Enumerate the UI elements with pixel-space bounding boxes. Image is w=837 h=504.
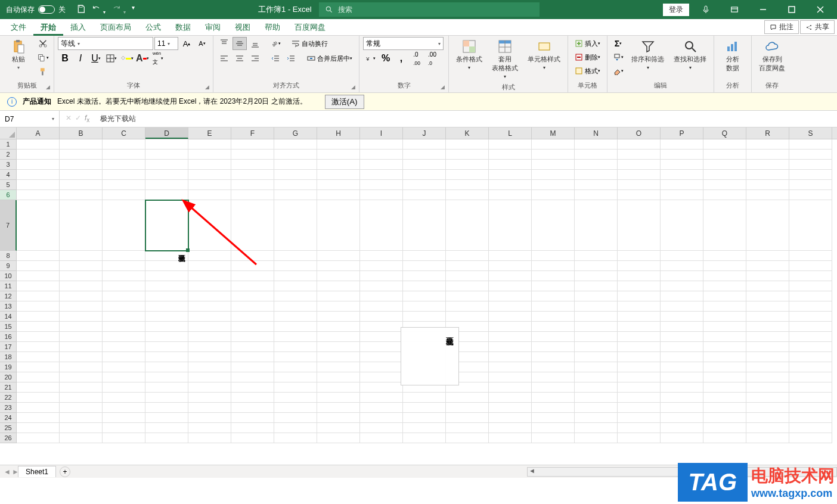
column-header-I[interactable]: I <box>360 127 403 139</box>
fx-icon[interactable]: fx <box>85 114 89 123</box>
cell-M2[interactable] <box>532 150 575 160</box>
column-header-O[interactable]: O <box>618 127 661 139</box>
cell-A16[interactable] <box>17 332 60 342</box>
cell-I23[interactable] <box>360 403 403 413</box>
cell-M10[interactable] <box>532 271 575 281</box>
column-header-J[interactable]: J <box>403 127 446 139</box>
cell-K10[interactable] <box>446 271 489 281</box>
cell-J9[interactable] <box>403 261 446 271</box>
cell-A2[interactable] <box>17 150 60 160</box>
cut-button[interactable] <box>36 37 50 50</box>
cell-D2[interactable] <box>145 150 188 160</box>
cell-R25[interactable] <box>746 423 789 433</box>
cell-H6[interactable] <box>317 190 360 200</box>
cell-E2[interactable] <box>188 150 231 160</box>
cell-B6[interactable] <box>60 190 103 200</box>
row-header-1[interactable]: 1 <box>0 139 17 150</box>
cell-S25[interactable] <box>789 423 832 433</box>
cell-E25[interactable] <box>188 423 231 433</box>
cell-B1[interactable] <box>60 139 103 150</box>
cell-B9[interactable] <box>60 261 103 271</box>
cell-H2[interactable] <box>317 150 360 160</box>
cell-S13[interactable] <box>789 301 832 312</box>
cell-Q3[interactable] <box>703 160 746 170</box>
cell-N10[interactable] <box>575 271 618 281</box>
row-header-19[interactable]: 19 <box>0 362 17 372</box>
cell-N8[interactable] <box>575 251 618 261</box>
cell-E19[interactable] <box>188 362 231 372</box>
cell-H17[interactable] <box>317 342 360 352</box>
merge-center-button[interactable]: 合并后居中▾ <box>304 52 355 65</box>
row-header-17[interactable]: 17 <box>0 342 17 352</box>
cell-D6[interactable] <box>145 190 188 200</box>
cell-F21[interactable] <box>231 382 274 393</box>
cell-F3[interactable] <box>231 160 274 170</box>
close-button[interactable] <box>808 0 832 19</box>
cell-A20[interactable] <box>17 372 60 382</box>
align-left-button[interactable] <box>217 52 231 65</box>
cell-G12[interactable] <box>274 291 317 301</box>
row-header-16[interactable]: 16 <box>0 332 17 342</box>
cell-L12[interactable] <box>489 291 532 301</box>
cell-K13[interactable] <box>446 301 489 312</box>
cell-E5[interactable] <box>188 180 231 190</box>
cell-C6[interactable] <box>103 190 145 200</box>
cell-N16[interactable] <box>575 332 618 342</box>
cell-D26[interactable] <box>145 433 188 443</box>
cell-D1[interactable] <box>145 139 188 150</box>
cell-L2[interactable] <box>489 150 532 160</box>
cell-Q5[interactable] <box>703 180 746 190</box>
formula-input[interactable]: 极光下载站 <box>95 114 837 124</box>
cell-P4[interactable] <box>661 170 703 180</box>
cell-L8[interactable] <box>489 251 532 261</box>
cell-L26[interactable] <box>489 433 532 443</box>
cell-P2[interactable] <box>661 150 703 160</box>
decrease-indent-button[interactable] <box>268 52 283 65</box>
borders-button[interactable]: ▾ <box>104 52 119 65</box>
cell-F13[interactable] <box>231 301 274 312</box>
cell-R6[interactable] <box>746 190 789 200</box>
row-header-7[interactable]: 7 <box>0 200 17 251</box>
cell-O17[interactable] <box>618 342 661 352</box>
cell-D12[interactable] <box>145 291 188 301</box>
cell-G2[interactable] <box>274 150 317 160</box>
cell-B2[interactable] <box>60 150 103 160</box>
cell-L16[interactable] <box>489 332 532 342</box>
cell-S15[interactable] <box>789 322 832 332</box>
cell-C13[interactable] <box>103 301 145 312</box>
cell-D16[interactable] <box>145 332 188 342</box>
cell-A22[interactable] <box>17 393 60 403</box>
cell-P11[interactable] <box>661 281 703 291</box>
cell-J12[interactable] <box>403 291 446 301</box>
phonetic-button[interactable]: wén文▾ <box>151 52 165 65</box>
cell-A3[interactable] <box>17 160 60 170</box>
cell-G8[interactable] <box>274 251 317 261</box>
cell-L6[interactable] <box>489 190 532 200</box>
cell-F20[interactable] <box>231 372 274 382</box>
cell-F15[interactable] <box>231 322 274 332</box>
cell-Q4[interactable] <box>703 170 746 180</box>
row-header-2[interactable]: 2 <box>0 150 17 160</box>
cell-C24[interactable] <box>103 413 145 423</box>
cell-Q22[interactable] <box>703 393 746 403</box>
cell-H5[interactable] <box>317 180 360 190</box>
insert-cells-button[interactable]: 插入▾ <box>572 37 603 50</box>
cell-I14[interactable] <box>360 312 403 322</box>
cell-P19[interactable] <box>661 362 703 372</box>
align-launcher[interactable]: ◢ <box>351 84 355 90</box>
font-size-combo[interactable]: 11▾ <box>154 37 178 50</box>
cell-Q17[interactable] <box>703 342 746 352</box>
cell-P16[interactable] <box>661 332 703 342</box>
cell-N9[interactable] <box>575 261 618 271</box>
cell-O8[interactable] <box>618 251 661 261</box>
cell-I1[interactable] <box>360 139 403 150</box>
cell-P25[interactable] <box>661 423 703 433</box>
cell-M4[interactable] <box>532 170 575 180</box>
cell-G1[interactable] <box>274 139 317 150</box>
add-sheet-button[interactable]: + <box>60 466 70 477</box>
cell-B3[interactable] <box>60 160 103 170</box>
cell-S10[interactable] <box>789 271 832 281</box>
cell-D5[interactable] <box>145 180 188 190</box>
cell-R3[interactable] <box>746 160 789 170</box>
row-header-24[interactable]: 24 <box>0 413 17 423</box>
